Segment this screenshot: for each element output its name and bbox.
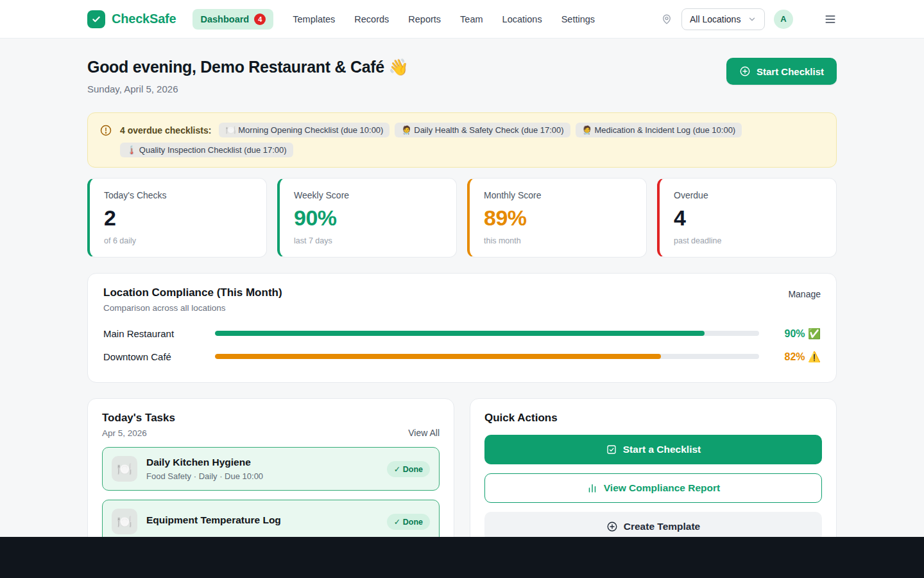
plus-circle-icon bbox=[606, 521, 618, 532]
todays-tasks-panel: Today's Tasks Apr 5, 2026 View All 🍽️ Da… bbox=[87, 398, 454, 557]
nav-templates[interactable]: Templates bbox=[293, 14, 335, 24]
nav-dashboard[interactable]: Dashboard 4 bbox=[193, 9, 273, 30]
compliance-row-downtown-cafe: Downtown Café 82% ⚠️ bbox=[103, 345, 821, 368]
overdue-chip[interactable]: 🧑‍⚕️ Medication & Incident Log (due 10:0… bbox=[576, 123, 742, 137]
stat-value: 90% bbox=[294, 206, 442, 231]
stat-subtext: of 6 daily bbox=[104, 236, 252, 245]
chevron-down-icon bbox=[748, 15, 757, 24]
progress-bar-fill bbox=[215, 331, 705, 336]
progress-bar bbox=[215, 354, 759, 359]
start-a-checklist-label: Start a Checklist bbox=[623, 444, 701, 455]
compliance-percentage: 82% ⚠️ bbox=[769, 351, 821, 363]
menu-icon[interactable] bbox=[824, 13, 837, 26]
start-checklist-button[interactable]: Start Checklist bbox=[726, 58, 837, 85]
nav-records[interactable]: Records bbox=[354, 14, 389, 24]
current-date: Sunday, April 5, 2026 bbox=[87, 83, 408, 94]
task-title: Equipment Temperature Log bbox=[146, 514, 281, 526]
location-selector-value: All Locations bbox=[690, 14, 740, 24]
brand-logo[interactable]: CheckSafe bbox=[87, 10, 176, 28]
overdue-count-badge: 4 bbox=[254, 13, 266, 25]
stat-value: 2 bbox=[104, 206, 252, 231]
nav-reports[interactable]: Reports bbox=[408, 14, 441, 24]
start-checklist-label: Start Checklist bbox=[757, 66, 824, 77]
overdue-chip[interactable]: 🍽️ Morning Opening Checklist (due 10:00) bbox=[219, 123, 389, 137]
task-item-daily-kitchen-hygiene[interactable]: 🍽️ Daily Kitchen Hygiene Food Safety · D… bbox=[102, 447, 440, 491]
stat-subtext: this month bbox=[484, 236, 632, 245]
location-selector[interactable]: All Locations bbox=[681, 8, 765, 30]
create-template-label: Create Template bbox=[624, 521, 700, 532]
start-a-checklist-button[interactable]: Start a Checklist bbox=[484, 435, 822, 464]
avatar[interactable]: A bbox=[774, 10, 793, 29]
status-emoji: ⚠️ bbox=[808, 351, 821, 362]
plus-circle-icon bbox=[739, 66, 751, 77]
compliance-row-main-restaurant: Main Restaurant 90% ✅ bbox=[103, 322, 821, 345]
overdue-chip[interactable]: 🧑‍⚕️ Daily Health & Safety Check (due 17… bbox=[395, 123, 570, 137]
brand-name: CheckSafe bbox=[112, 12, 176, 26]
compliance-percentage: 90% ✅ bbox=[769, 328, 821, 340]
done-badge: ✓ Done bbox=[387, 461, 430, 477]
status-emoji: ✅ bbox=[808, 328, 821, 339]
view-compliance-report-label: View Compliance Report bbox=[604, 482, 720, 494]
footer bbox=[0, 537, 924, 578]
stat-monthly-score: Monthly Score 89% this month bbox=[467, 178, 647, 258]
view-all-link[interactable]: View All bbox=[408, 428, 440, 438]
stat-label: Today's Checks bbox=[104, 190, 252, 200]
nav-team[interactable]: Team bbox=[460, 14, 483, 24]
overdue-alert-title: 4 overdue checklists: bbox=[120, 125, 211, 136]
stat-subtext: last 7 days bbox=[294, 236, 442, 245]
task-meta: Food Safety · Daily · Due 10:00 bbox=[146, 471, 263, 481]
location-name: Main Restaurant bbox=[103, 328, 205, 339]
nav-dashboard-label: Dashboard bbox=[200, 14, 249, 24]
quick-actions-panel: Quick Actions Start a Checklist View Com… bbox=[470, 398, 837, 557]
nav-locations[interactable]: Locations bbox=[502, 14, 542, 24]
stat-label: Weekly Score bbox=[294, 190, 442, 200]
done-badge: ✓ Done bbox=[387, 514, 430, 530]
bar-chart-icon bbox=[586, 482, 598, 494]
location-name: Downtown Café bbox=[103, 351, 205, 362]
main-nav: Dashboard 4 Templates Records Reports Te… bbox=[193, 9, 595, 30]
stats-row: Today's Checks 2 of 6 daily Weekly Score… bbox=[87, 178, 837, 258]
stat-label: Overdue bbox=[674, 190, 822, 200]
task-emoji-icon: 🍽️ bbox=[112, 509, 137, 534]
progress-bar bbox=[215, 331, 759, 336]
stat-todays-checks: Today's Checks 2 of 6 daily bbox=[87, 178, 267, 258]
alert-circle-icon bbox=[99, 124, 112, 137]
page-title: Good evening, Demo Restaurant & Café 👋 bbox=[87, 58, 408, 76]
task-emoji-icon: 🍽️ bbox=[112, 456, 137, 482]
tasks-title: Today's Tasks bbox=[102, 412, 175, 425]
stat-weekly-score: Weekly Score 90% last 7 days bbox=[277, 178, 457, 258]
manage-link[interactable]: Manage bbox=[788, 289, 821, 299]
stat-value: 4 bbox=[674, 206, 822, 231]
location-pin-icon bbox=[661, 13, 672, 25]
compliance-subtitle: Comparison across all locations bbox=[103, 303, 282, 313]
check-icon bbox=[87, 10, 105, 28]
stat-subtext: past deadline bbox=[674, 236, 822, 245]
view-compliance-report-button[interactable]: View Compliance Report bbox=[484, 473, 822, 503]
stat-label: Monthly Score bbox=[484, 190, 632, 200]
progress-bar-fill bbox=[215, 354, 661, 359]
tasks-date: Apr 5, 2026 bbox=[102, 428, 175, 438]
quick-actions-title: Quick Actions bbox=[484, 412, 822, 425]
overdue-chip[interactable]: 🌡️ Quality Inspection Checklist (due 17:… bbox=[120, 143, 293, 157]
overdue-alert-banner: 4 overdue checklists: 🍽️ Morning Opening… bbox=[87, 112, 837, 168]
task-title: Daily Kitchen Hygiene bbox=[146, 457, 263, 468]
nav-settings[interactable]: Settings bbox=[561, 14, 595, 24]
stat-overdue: Overdue 4 past deadline bbox=[657, 178, 837, 258]
location-compliance-panel: Location Compliance (This Month) Compari… bbox=[87, 273, 837, 383]
app-header: CheckSafe Dashboard 4 Templates Records … bbox=[0, 0, 924, 39]
checkbox-check-icon bbox=[606, 444, 617, 455]
stat-value: 89% bbox=[484, 206, 632, 231]
compliance-title: Location Compliance (This Month) bbox=[103, 286, 282, 299]
